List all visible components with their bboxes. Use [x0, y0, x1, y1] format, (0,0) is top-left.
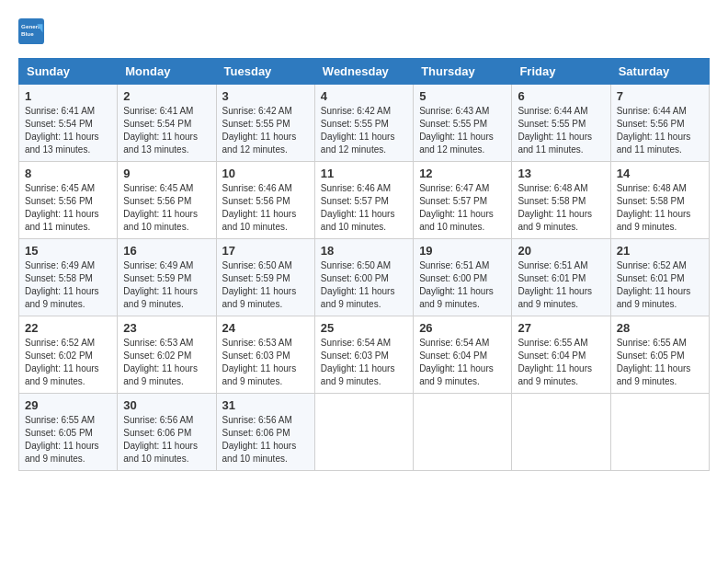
calendar-cell: [414, 394, 512, 471]
logo: General Blue: [18, 18, 48, 44]
day-number: 21: [617, 244, 703, 258]
calendar-cell: 4Sunrise: 6:42 AMSunset: 5:55 PMDaylight…: [314, 85, 413, 162]
header-saturday: Saturday: [610, 59, 709, 85]
day-number: 26: [419, 321, 506, 335]
day-number: 1: [25, 89, 111, 103]
calendar-cell: 13Sunrise: 6:48 AMSunset: 5:58 PMDayligh…: [512, 162, 610, 239]
calendar-cell: [314, 394, 413, 471]
day-info: Sunrise: 6:53 AMSunset: 6:03 PMDaylight:…: [222, 337, 309, 388]
day-info: Sunrise: 6:54 AMSunset: 6:03 PMDaylight:…: [321, 337, 407, 388]
day-number: 16: [123, 244, 210, 258]
day-info: Sunrise: 6:42 AMSunset: 5:55 PMDaylight:…: [321, 105, 407, 156]
calendar-cell: 12Sunrise: 6:47 AMSunset: 5:57 PMDayligh…: [414, 162, 512, 239]
day-info: Sunrise: 6:56 AMSunset: 6:06 PMDaylight:…: [222, 414, 309, 465]
day-info: Sunrise: 6:50 AMSunset: 5:59 PMDaylight:…: [222, 259, 309, 311]
calendar-cell: 14Sunrise: 6:48 AMSunset: 5:58 PMDayligh…: [610, 162, 709, 239]
header-monday: Monday: [118, 59, 216, 85]
header-tuesday: Tuesday: [216, 59, 314, 85]
day-number: 20: [518, 244, 604, 258]
day-info: Sunrise: 6:49 AMSunset: 5:59 PMDaylight:…: [123, 259, 210, 311]
calendar-cell: 30Sunrise: 6:56 AMSunset: 6:06 PMDayligh…: [118, 394, 216, 471]
calendar-cell: 6Sunrise: 6:44 AMSunset: 5:55 PMDaylight…: [512, 85, 610, 162]
day-info: Sunrise: 6:50 AMSunset: 6:00 PMDaylight:…: [321, 259, 407, 311]
calendar-cell: 2Sunrise: 6:41 AMSunset: 5:54 PMDaylight…: [118, 85, 216, 162]
calendar-cell: 3Sunrise: 6:42 AMSunset: 5:55 PMDaylight…: [216, 85, 314, 162]
day-info: Sunrise: 6:47 AMSunset: 5:57 PMDaylight:…: [419, 182, 506, 234]
calendar-header-row: SundayMondayTuesdayWednesdayThursdayFrid…: [19, 59, 710, 85]
day-info: Sunrise: 6:46 AMSunset: 5:56 PMDaylight:…: [222, 182, 309, 234]
day-info: Sunrise: 6:46 AMSunset: 5:57 PMDaylight:…: [321, 182, 407, 234]
day-info: Sunrise: 6:44 AMSunset: 5:56 PMDaylight:…: [617, 105, 703, 156]
calendar-cell: 10Sunrise: 6:46 AMSunset: 5:56 PMDayligh…: [216, 162, 314, 239]
calendar-week-row: 15Sunrise: 6:49 AMSunset: 5:58 PMDayligh…: [19, 239, 710, 316]
calendar-cell: 25Sunrise: 6:54 AMSunset: 6:03 PMDayligh…: [314, 316, 413, 394]
day-info: Sunrise: 6:53 AMSunset: 6:02 PMDaylight:…: [123, 337, 210, 388]
calendar-cell: 11Sunrise: 6:46 AMSunset: 5:57 PMDayligh…: [314, 162, 413, 239]
day-info: Sunrise: 6:52 AMSunset: 6:01 PMDaylight:…: [617, 259, 703, 311]
calendar-cell: 22Sunrise: 6:52 AMSunset: 6:02 PMDayligh…: [19, 316, 118, 394]
day-number: 23: [123, 321, 210, 335]
svg-text:Blue: Blue: [21, 30, 34, 37]
calendar-cell: 7Sunrise: 6:44 AMSunset: 5:56 PMDaylight…: [610, 85, 709, 162]
day-number: 8: [25, 167, 111, 180]
day-info: Sunrise: 6:55 AMSunset: 6:05 PMDaylight:…: [617, 337, 703, 388]
day-number: 25: [321, 321, 407, 335]
calendar-cell: 27Sunrise: 6:55 AMSunset: 6:04 PMDayligh…: [512, 316, 610, 394]
calendar-cell: 15Sunrise: 6:49 AMSunset: 5:58 PMDayligh…: [19, 239, 118, 316]
day-number: 27: [518, 321, 604, 335]
calendar-cell: 21Sunrise: 6:52 AMSunset: 6:01 PMDayligh…: [610, 239, 709, 316]
calendar-week-row: 22Sunrise: 6:52 AMSunset: 6:02 PMDayligh…: [19, 316, 710, 394]
day-number: 31: [222, 398, 309, 412]
day-number: 3: [222, 89, 309, 103]
calendar-cell: [512, 394, 610, 471]
calendar-cell: 28Sunrise: 6:55 AMSunset: 6:05 PMDayligh…: [610, 316, 709, 394]
day-number: 5: [419, 89, 506, 103]
day-number: 9: [123, 167, 210, 180]
header-friday: Friday: [512, 59, 610, 85]
calendar-cell: 29Sunrise: 6:55 AMSunset: 6:05 PMDayligh…: [19, 394, 118, 471]
calendar-week-row: 8Sunrise: 6:45 AMSunset: 5:56 PMDaylight…: [19, 162, 710, 239]
page-header: General Blue: [18, 18, 710, 44]
day-info: Sunrise: 6:51 AMSunset: 6:00 PMDaylight:…: [419, 259, 506, 311]
calendar-week-row: 1Sunrise: 6:41 AMSunset: 5:54 PMDaylight…: [19, 85, 710, 162]
day-info: Sunrise: 6:54 AMSunset: 6:04 PMDaylight:…: [419, 337, 506, 388]
logo-icon: General Blue: [18, 18, 44, 44]
day-info: Sunrise: 6:55 AMSunset: 6:04 PMDaylight:…: [518, 337, 604, 388]
day-info: Sunrise: 6:56 AMSunset: 6:06 PMDaylight:…: [123, 414, 210, 465]
day-number: 24: [222, 321, 309, 335]
calendar-cell: [610, 394, 709, 471]
day-number: 13: [518, 167, 604, 180]
calendar-cell: 23Sunrise: 6:53 AMSunset: 6:02 PMDayligh…: [118, 316, 216, 394]
day-info: Sunrise: 6:41 AMSunset: 5:54 PMDaylight:…: [25, 105, 111, 156]
calendar-cell: 18Sunrise: 6:50 AMSunset: 6:00 PMDayligh…: [314, 239, 413, 316]
day-info: Sunrise: 6:48 AMSunset: 5:58 PMDaylight:…: [518, 182, 604, 234]
day-info: Sunrise: 6:42 AMSunset: 5:55 PMDaylight:…: [222, 105, 309, 156]
day-number: 17: [222, 244, 309, 258]
header-sunday: Sunday: [19, 59, 118, 85]
calendar-week-row: 29Sunrise: 6:55 AMSunset: 6:05 PMDayligh…: [19, 394, 710, 471]
day-info: Sunrise: 6:44 AMSunset: 5:55 PMDaylight:…: [518, 105, 604, 156]
calendar-cell: 8Sunrise: 6:45 AMSunset: 5:56 PMDaylight…: [19, 162, 118, 239]
day-number: 10: [222, 167, 309, 180]
calendar-cell: 17Sunrise: 6:50 AMSunset: 5:59 PMDayligh…: [216, 239, 314, 316]
day-info: Sunrise: 6:43 AMSunset: 5:55 PMDaylight:…: [419, 105, 506, 156]
day-number: 11: [321, 167, 407, 180]
day-number: 19: [419, 244, 506, 258]
calendar-cell: 24Sunrise: 6:53 AMSunset: 6:03 PMDayligh…: [216, 316, 314, 394]
day-number: 2: [123, 89, 210, 103]
day-info: Sunrise: 6:41 AMSunset: 5:54 PMDaylight:…: [123, 105, 210, 156]
day-info: Sunrise: 6:45 AMSunset: 5:56 PMDaylight:…: [25, 182, 111, 234]
calendar-cell: 5Sunrise: 6:43 AMSunset: 5:55 PMDaylight…: [414, 85, 512, 162]
day-number: 4: [321, 89, 407, 103]
day-info: Sunrise: 6:55 AMSunset: 6:05 PMDaylight:…: [25, 414, 111, 465]
day-number: 14: [617, 167, 703, 180]
calendar-cell: 9Sunrise: 6:45 AMSunset: 5:56 PMDaylight…: [118, 162, 216, 239]
calendar-cell: 16Sunrise: 6:49 AMSunset: 5:59 PMDayligh…: [118, 239, 216, 316]
day-number: 29: [25, 398, 111, 412]
header-thursday: Thursday: [414, 59, 512, 85]
day-number: 22: [25, 321, 111, 335]
day-number: 15: [25, 244, 111, 258]
day-number: 18: [321, 244, 407, 258]
header-wednesday: Wednesday: [314, 59, 413, 85]
calendar-table: SundayMondayTuesdayWednesdayThursdayFrid…: [18, 58, 710, 471]
